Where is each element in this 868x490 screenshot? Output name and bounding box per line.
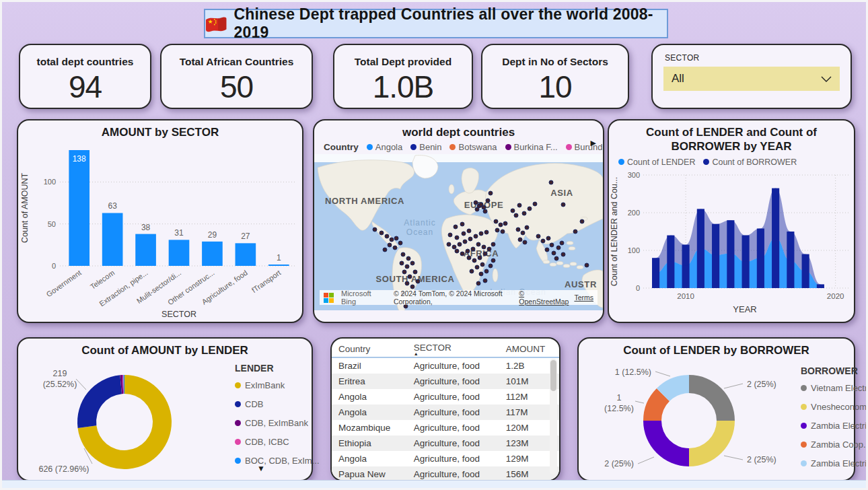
- map-point[interactable]: [536, 234, 540, 238]
- table-row[interactable]: AngolaAgriculture, food117M: [332, 405, 559, 420]
- map-point[interactable]: [580, 219, 584, 223]
- map-point[interactable]: [549, 180, 553, 184]
- map-point[interactable]: [546, 236, 550, 240]
- legend-item[interactable]: Burkina F...: [505, 142, 558, 152]
- map-point[interactable]: [573, 230, 577, 234]
- legend-item[interactable]: Zambia Electri...: [801, 458, 868, 468]
- legend-item[interactable]: Zambia Electri...: [801, 421, 868, 431]
- map-point[interactable]: [393, 246, 397, 250]
- map-point[interactable]: [467, 229, 471, 233]
- table-scrollbar[interactable]: [550, 359, 557, 475]
- table-row[interactable]: MozambiqueAgriculture, food120M: [332, 420, 559, 435]
- map-point[interactable]: [476, 242, 480, 246]
- map-point[interactable]: [405, 281, 409, 285]
- map-point[interactable]: [541, 239, 545, 243]
- legend-item[interactable]: CDB: [235, 399, 310, 409]
- map-point[interactable]: [455, 236, 459, 240]
- table-row[interactable]: EritreaAgriculture, food101M: [332, 374, 559, 389]
- table-row[interactable]: Papua NewAgriculture, food156M: [332, 466, 559, 481]
- map-point[interactable]: [476, 281, 480, 285]
- map-point[interactable]: [483, 252, 487, 256]
- map-point[interactable]: [448, 233, 452, 237]
- column-header-sector[interactable]: SECTOR▲: [407, 339, 499, 357]
- map-point[interactable]: [585, 263, 589, 267]
- lender-borrower-area-chart[interactable]: 010020030020102020YEARCount of LENDER an…: [609, 168, 854, 318]
- map-point[interactable]: [394, 236, 398, 240]
- donut-slice[interactable]: [689, 421, 735, 466]
- map-point[interactable]: [499, 223, 503, 227]
- map-point[interactable]: [406, 256, 410, 260]
- map-point[interactable]: [467, 256, 471, 260]
- map-point[interactable]: [556, 246, 560, 250]
- bar[interactable]: [69, 150, 89, 266]
- legend-next-arrow[interactable]: ▶: [591, 139, 596, 147]
- map-point[interactable]: [482, 205, 486, 209]
- legend-item[interactable]: BOC, CDB, ExIm...: [235, 456, 310, 466]
- map-point[interactable]: [398, 241, 402, 245]
- map-point[interactable]: [483, 279, 487, 283]
- sector-dropdown[interactable]: All: [663, 67, 840, 91]
- map-point[interactable]: [410, 285, 414, 289]
- map-point[interactable]: [484, 269, 489, 273]
- table-row[interactable]: AngolaAgriculture, food112M: [332, 389, 559, 405]
- map-point[interactable]: [400, 261, 404, 265]
- scrollbar-thumb[interactable]: [550, 360, 556, 391]
- map-point[interactable]: [460, 222, 464, 226]
- map-point[interactable]: [478, 256, 482, 260]
- map-point[interactable]: [560, 241, 564, 245]
- map-point[interactable]: [447, 242, 451, 246]
- map-point[interactable]: [462, 232, 466, 236]
- map-point[interactable]: [494, 219, 498, 223]
- openstreetmap-link[interactable]: © OpenStreetMap: [519, 289, 569, 306]
- amount-by-sector-bar-chart[interactable]: 050100138Government63Telecom38Extraction…: [18, 141, 302, 321]
- map-point[interactable]: [486, 199, 490, 203]
- map-point[interactable]: [484, 230, 489, 234]
- map-point[interactable]: [410, 261, 414, 265]
- map-point[interactable]: [479, 272, 483, 276]
- map-point[interactable]: [561, 203, 565, 207]
- map-point[interactable]: [533, 202, 537, 206]
- map-point[interactable]: [401, 252, 405, 256]
- map-point[interactable]: [454, 225, 458, 229]
- map-point[interactable]: [561, 252, 565, 256]
- map-point[interactable]: [471, 247, 475, 251]
- map-point[interactable]: [489, 191, 493, 195]
- legend-item[interactable]: Angola: [367, 142, 402, 152]
- map-point[interactable]: [516, 228, 520, 232]
- terms-link[interactable]: Terms: [574, 293, 593, 302]
- map-point[interactable]: [390, 238, 394, 242]
- table-row[interactable]: BrazilAgriculture, food1.2B: [332, 357, 559, 374]
- bar[interactable]: [169, 240, 190, 267]
- legend-item[interactable]: Benin: [410, 142, 441, 152]
- map-point[interactable]: [474, 201, 478, 205]
- amount-by-lender-donut[interactable]: 219(25.52%)626 (72.96%): [22, 359, 231, 480]
- legend-item[interactable]: CDB, ICBC: [235, 437, 310, 447]
- map-point[interactable]: [405, 265, 409, 269]
- map-point[interactable]: [503, 221, 507, 225]
- legend-item[interactable]: Zambia Coop...: [801, 440, 868, 450]
- map-point[interactable]: [480, 262, 484, 267]
- map-point[interactable]: [489, 264, 493, 268]
- table-row[interactable]: AngolaAgriculture, food129M: [332, 451, 559, 466]
- map-point[interactable]: [452, 245, 456, 249]
- map-point[interactable]: [475, 207, 479, 211]
- map-point[interactable]: [491, 242, 495, 246]
- donut-slice[interactable]: [643, 421, 689, 466]
- map-point[interactable]: [466, 249, 470, 253]
- donut-slice[interactable]: [689, 375, 735, 421]
- map-point[interactable]: [402, 270, 406, 274]
- legend-item[interactable]: Burundi: [566, 142, 604, 152]
- map-point[interactable]: [373, 228, 377, 232]
- map-point[interactable]: [413, 270, 417, 274]
- map-point[interactable]: [487, 247, 491, 251]
- map-point[interactable]: [385, 234, 389, 238]
- map-point[interactable]: [495, 228, 499, 232]
- map-point[interactable]: [388, 243, 392, 247]
- table-row[interactable]: EthiopiaAgriculture, food123M: [332, 435, 559, 451]
- map-point[interactable]: [550, 243, 554, 247]
- legend-item[interactable]: Vnesheconom...: [801, 402, 868, 412]
- map-point[interactable]: [460, 252, 464, 256]
- map-point[interactable]: [525, 225, 529, 230]
- map-point[interactable]: [383, 248, 387, 252]
- map-point[interactable]: [545, 248, 549, 252]
